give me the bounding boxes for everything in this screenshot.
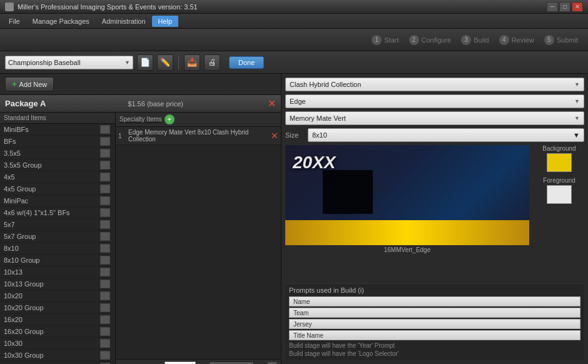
maximize-button[interactable]: □ (559, 2, 570, 12)
item-checkbox[interactable] (100, 220, 110, 229)
standard-item-name: 5x7 Group (4, 233, 100, 240)
standard-item-name: 10x20 Group (4, 304, 100, 311)
standard-item-row[interactable]: BFs (0, 136, 115, 148)
standard-item-name: 8x10 Group (4, 256, 100, 264)
standard-item-row[interactable]: 4x5 Group (0, 183, 115, 195)
standard-item-row[interactable]: 16x20 (0, 314, 115, 326)
standard-item-row[interactable]: 10x30 Group (0, 350, 115, 361)
preview-gold-bar (285, 220, 529, 245)
standard-item-row[interactable]: 5x15 (0, 361, 115, 364)
add-new-button[interactable]: + Add New (5, 77, 54, 91)
product-dropdown-arrow: ▼ (124, 59, 130, 66)
standard-item-row[interactable]: 5x7 (0, 219, 115, 231)
specialty-remove-button[interactable]: ✕ (271, 131, 278, 141)
standard-item-name: MiniPac (4, 197, 100, 205)
item-checkbox[interactable] (100, 173, 110, 181)
item-checkbox[interactable] (100, 351, 110, 360)
standard-item-name: 4x5 (4, 173, 100, 181)
item-checkbox[interactable] (100, 280, 110, 288)
import-button[interactable]: 📥 (184, 54, 200, 71)
done-button[interactable]: Done (229, 56, 264, 69)
main-content: + Add New Package A $1.56 (base price) ✕… (0, 74, 588, 364)
standard-item-row[interactable]: 10x13 Group (0, 278, 115, 290)
scroll-up-arrow[interactable]: ▲ (267, 361, 277, 364)
foreground-color-swatch[interactable] (547, 185, 572, 204)
standard-item-row[interactable]: 3.5x5 (0, 148, 115, 159)
menu-administration[interactable]: Administration (96, 16, 152, 27)
step-2-num: 2 (409, 35, 419, 45)
retail-row: Retail Price Save/Review ▲ (116, 359, 281, 364)
add-new-label: Add New (19, 81, 48, 88)
item-checkbox[interactable] (100, 137, 110, 146)
edge-dropdown[interactable]: Edge ▼ (285, 94, 584, 108)
collection-dropdown[interactable]: Clash Hybrid Collection ▼ (285, 78, 584, 91)
preview-side: Background Foreground (534, 145, 584, 280)
standard-item-name: 8x10 (4, 245, 100, 252)
item-checkbox[interactable] (100, 256, 110, 265)
standard-item-row[interactable]: MiniPac (0, 195, 115, 207)
close-button[interactable]: ✕ (572, 2, 583, 12)
item-checkbox[interactable] (100, 268, 110, 276)
item-checkbox[interactable] (100, 208, 110, 217)
standard-item-row[interactable]: 4x5 (0, 171, 115, 183)
standard-item-row[interactable]: 8x10 (0, 243, 115, 255)
standard-item-row[interactable]: 3.5x5 Group (0, 159, 115, 171)
item-checkbox[interactable] (100, 339, 110, 348)
prompts-list: NameTeamJerseyTitle Name (289, 296, 580, 340)
standard-item-row[interactable]: MiniBFs (0, 124, 115, 136)
specialty-add-button[interactable]: + (165, 114, 175, 124)
standard-item-row[interactable]: 10x20 Group (0, 302, 115, 314)
right-panel: Clash Hybrid Collection ▼ Edge ▼ Memory … (281, 74, 588, 364)
standard-item-row[interactable]: 10x13 (0, 266, 115, 278)
new-button[interactable]: 📄 (137, 54, 153, 71)
item-checkbox[interactable] (100, 327, 110, 336)
standard-item-row[interactable]: 5x7 Group (0, 231, 115, 243)
retail-input[interactable] (165, 361, 196, 364)
save-review-button[interactable]: Save/Review (209, 361, 254, 364)
menu-file[interactable]: File (3, 16, 26, 27)
memory-mate-dropdown[interactable]: Memory Mate Vert ▼ (285, 111, 584, 125)
standard-item-row[interactable]: 10x30 (0, 338, 115, 350)
item-checkbox[interactable] (100, 244, 110, 253)
standard-item-row[interactable]: 16x20 Group (0, 326, 115, 338)
preview-dark-square (323, 170, 373, 214)
prompts-header: Prompts used in Build (i) (289, 286, 580, 294)
size-dropdown[interactable]: 8x10 ▼ (308, 128, 584, 142)
item-checkbox[interactable] (100, 291, 110, 300)
item-checkbox[interactable] (100, 232, 110, 241)
menu-manage-packages[interactable]: Manage Packages (26, 16, 96, 27)
package-a-close[interactable]: ✕ (268, 98, 276, 109)
background-color-swatch[interactable] (547, 153, 572, 172)
product-dropdown[interactable]: Championship Baseball ▼ (5, 56, 133, 69)
app-icon (5, 3, 14, 11)
edit-button[interactable]: ✏️ (157, 54, 173, 71)
foreground-swatch-group: Foreground (534, 177, 584, 204)
standard-item-row[interactable]: 10x20 (0, 290, 115, 302)
foreground-label: Foreground (543, 177, 575, 184)
item-checkbox[interactable] (100, 149, 110, 158)
standard-item-name: 16x20 (4, 316, 100, 323)
preview-area: 20XX 16MMVert_Edge Background Foreground (285, 145, 584, 280)
minimize-button[interactable]: ─ (547, 2, 558, 12)
item-checkbox[interactable] (100, 315, 110, 324)
standard-item-row[interactable]: 8x10 Group (0, 255, 115, 266)
item-checkbox[interactable] (100, 196, 110, 205)
item-checkbox[interactable] (100, 185, 110, 193)
menu-help[interactable]: Help (152, 16, 179, 27)
preview-image: 20XX (285, 145, 529, 245)
standard-item-row[interactable]: 4x6 w/(4) 1"x1.5" BFs (0, 207, 115, 219)
memory-mate-dropdown-arrow: ▼ (574, 115, 580, 121)
step-1-num: 1 (372, 35, 382, 45)
package-a-title: Package A (5, 99, 46, 108)
size-dropdown-value: 8x10 (312, 131, 327, 139)
step-review: 4 Review (499, 35, 534, 45)
standard-item-name: 4x5 Group (4, 185, 100, 193)
collection-dropdown-value: Clash Hybrid Collection (290, 81, 361, 88)
item-checkbox[interactable] (100, 125, 110, 134)
prompt-row: Team (289, 308, 580, 318)
item-checkbox[interactable] (100, 303, 110, 312)
title-bar: Miller's Professional Imaging Sports & E… (0, 0, 588, 14)
item-checkbox[interactable] (100, 161, 110, 169)
step-build: 3 Build (461, 35, 489, 45)
print-button[interactable]: 🖨 (204, 54, 220, 71)
